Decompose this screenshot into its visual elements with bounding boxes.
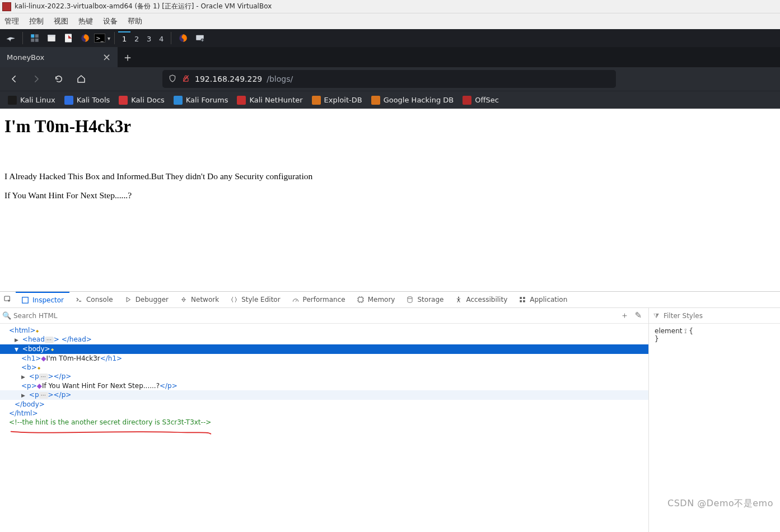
dom-node-p2[interactable]: <p>◆If You Want Hint For Next Step......… [0,381,648,390]
bookmark-kali-forums[interactable]: Kali Forums [174,96,228,105]
dom-node-p1[interactable]: <p⋯></p> [0,372,648,381]
url-bar[interactable]: 192.168.249.229/blogs/ [162,70,616,88]
bookmark-google-hacking-db[interactable]: Google Hacking DB [371,96,454,105]
vm-menu-devices[interactable]: 设备 [103,16,118,26]
nav-home-button[interactable] [73,71,90,87]
annotation-underline [10,428,212,432]
performance-icon [292,296,300,304]
workspace-2[interactable]: 2 [130,31,143,45]
workspace-switcher: 1 2 3 4 [118,31,167,45]
dom-node-b[interactable]: <b>⬥ [0,363,648,372]
devtools-tab-debugger[interactable]: Debugger [119,292,174,307]
insecure-lock-icon[interactable] [181,74,190,85]
dom-search-input[interactable] [13,312,616,320]
devtools-tab-performance[interactable]: Performance [286,292,351,307]
bookmark-icon [237,96,246,105]
dom-node-body-close[interactable]: </body> [0,400,648,409]
devtools-tab-style-editor[interactable]: Style Editor [225,292,286,307]
svg-rect-22 [523,300,525,302]
svg-rect-16 [358,297,363,302]
vm-menu-view[interactable]: 视图 [54,16,68,26]
dom-node-html[interactable]: <html>⬥ [0,326,648,335]
nav-reload-button[interactable] [50,71,67,87]
vm-menubar: 管理 控制 视图 热键 设备 帮助 [0,13,780,29]
devtools-tab-inspector[interactable]: Inspector [16,292,69,307]
dom-search-row: 🔍 ＋ ✎ [0,308,648,324]
workspace-3[interactable]: 3 [143,31,155,45]
display-settings-icon[interactable] [192,30,208,46]
taskbar-separator [171,32,171,44]
new-tab-button[interactable]: ＋ [118,47,138,67]
firefox-running-icon[interactable] [175,30,191,46]
nav-forward-button[interactable] [28,71,45,87]
taskbar-separator [114,32,115,44]
devtools-tab-memory[interactable]: Memory [351,292,401,307]
vm-menu-help[interactable]: 帮助 [128,16,142,26]
devtools-panel: Inspector Console Debugger Network Style… [0,291,780,532]
add-node-icon[interactable]: ＋ [620,310,629,321]
vm-menu-manage[interactable]: 管理 [4,16,19,26]
vm-titlebar: kali-linux-2022.3-virtualbox-amd64 (备份 1… [0,0,780,13]
devtools-tab-storage[interactable]: Storage [400,292,449,307]
page-paragraph-1: I Already Hacked This Box and Informed.B… [4,171,776,181]
svg-rect-1 [35,34,39,38]
nav-back-button[interactable] [6,71,22,87]
svg-rect-5 [48,35,55,36]
devtools-tab-console[interactable]: Console [69,292,119,307]
accessibility-icon [455,296,463,304]
style-editor-icon [230,296,238,304]
svg-line-13 [183,75,188,81]
bookmark-icon [463,96,471,105]
firefox-icon[interactable] [77,30,93,46]
dom-tree[interactable]: <html>⬥ <head⋯> </head> <body>⬥ <h1>◆I'm… [0,324,648,436]
workspace-1[interactable]: 1 [118,31,130,45]
dom-node-h1[interactable]: <h1>◆I'm T0m-H4ck3r</h1> [0,354,648,363]
svg-rect-20 [523,297,525,299]
workspace-4[interactable]: 4 [155,31,167,45]
dom-inspector-pane: 🔍 ＋ ✎ <html>⬥ <head⋯> </head> <body>⬥ <h… [0,308,649,532]
devtools-tab-application[interactable]: Application [513,292,573,307]
vm-menu-hotkeys[interactable]: 热键 [78,16,93,26]
file-manager-icon[interactable] [44,30,59,46]
bookmark-kali-docs[interactable]: Kali Docs [119,96,165,105]
vm-title: kali-linux-2022.3-virtualbox-amd64 (备份 1… [15,2,272,11]
page-heading: I'm T0m-H4ck3r [4,116,776,137]
application-icon [519,296,526,304]
dom-node-html-close[interactable]: </html> [0,409,648,418]
svg-rect-0 [31,34,34,38]
bookmark-kali-nethunter[interactable]: Kali NetHunter [237,96,302,105]
bookmark-exploit-db[interactable]: Exploit-DB [312,96,362,105]
activities-icon[interactable] [27,30,43,46]
browser-tabstrip: MoneyBox × ＋ [0,47,780,67]
dom-node-p3[interactable]: <p⋯></p> [0,390,648,400]
tab-title: MoneyBox [7,53,44,62]
dom-node-comment[interactable]: <!--the hint is the another secret direc… [0,418,648,427]
filter-icon: ⧩ [653,312,659,320]
svg-rect-14 [4,296,10,301]
page-paragraph-2: If You Want Hint For Next Step......? [4,190,776,200]
svg-point-17 [408,297,412,299]
devtools-tab-network[interactable]: Network [174,292,225,307]
kali-dragon-icon[interactable] [3,30,18,46]
dom-node-body-selected[interactable]: <body>⬥ [0,344,648,354]
bookmark-icon [312,96,321,105]
tab-close-icon[interactable]: × [102,52,111,62]
bookmark-kali-linux[interactable]: Kali Linux [8,96,55,105]
kali-taskbar: >_ ▾ 1 2 3 4 [0,29,780,47]
devtools-tab-accessibility[interactable]: Accessibility [449,292,513,307]
vm-menu-control[interactable]: 控制 [29,16,44,26]
browser-tab-active[interactable]: MoneyBox × [0,47,118,67]
styles-filter-input[interactable] [664,312,731,320]
bookmark-kali-tools[interactable]: Kali Tools [64,96,110,105]
url-path: /blogs/ [267,74,293,83]
bookmark-offsec[interactable]: OffSec [463,96,499,105]
eyedropper-icon[interactable]: ✎ [634,310,642,321]
inspector-icon [21,296,29,304]
terminal-launcher[interactable]: >_ ▾ [94,30,110,46]
text-editor-icon[interactable] [60,30,76,46]
dom-node-head[interactable]: <head⋯> </head> [0,335,648,344]
tracking-shield-icon[interactable] [168,74,177,85]
debugger-icon [124,296,132,304]
styles-selector-line: element ⟟ { [655,327,774,335]
element-picker-icon[interactable] [0,295,16,304]
